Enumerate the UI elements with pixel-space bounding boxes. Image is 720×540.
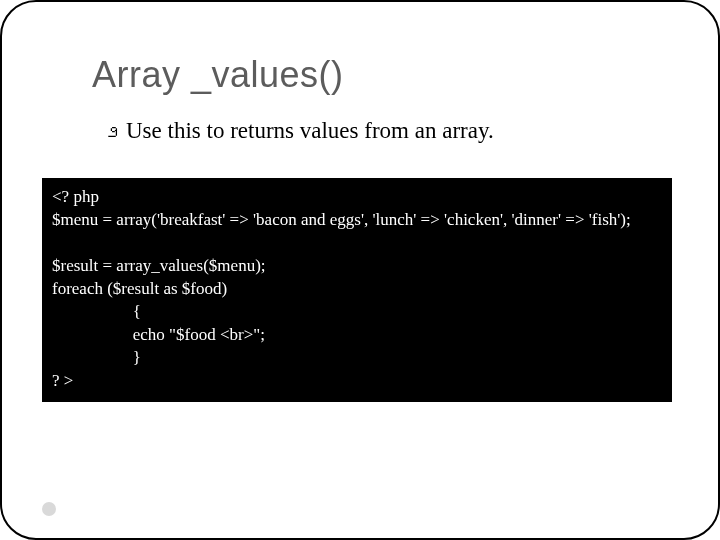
page-title: Array _values() xyxy=(92,54,666,96)
code-block: <? php $menu = array('breakfast' => 'bac… xyxy=(42,178,672,402)
slide-container: Array _values() ೨ Use this to returns va… xyxy=(0,0,720,540)
bullet-item: ೨ Use this to returns values from an arr… xyxy=(102,118,666,144)
swirl-icon: ೨ xyxy=(102,122,122,145)
page-indicator-dot xyxy=(42,502,56,516)
bullet-text: Use this to returns values from an array… xyxy=(126,118,494,144)
